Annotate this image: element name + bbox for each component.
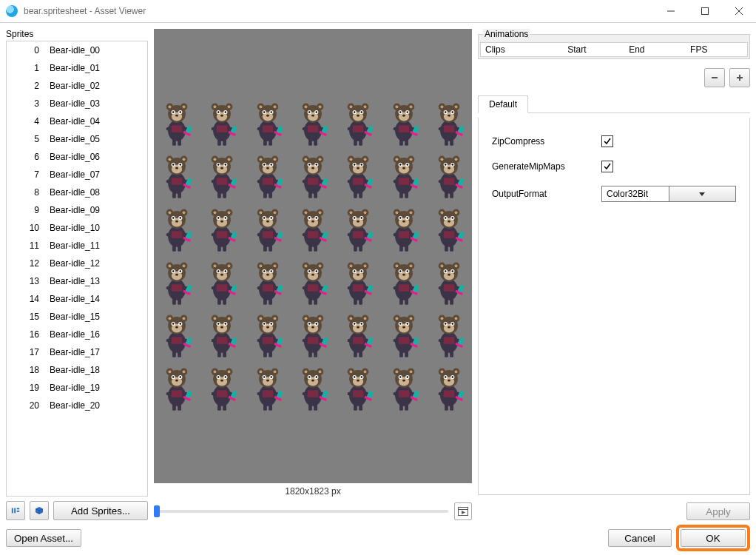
sprite-cell[interactable] <box>381 309 426 363</box>
list-item[interactable]: 1Bear-idle_01 <box>7 59 147 77</box>
list-item[interactable]: 16Bear-idle_16 <box>7 326 147 343</box>
svg-rect-457 <box>263 298 267 304</box>
list-item[interactable]: 17Bear-idle_17 <box>7 343 147 361</box>
sprite-cell[interactable] <box>336 362 381 415</box>
sprite-cell[interactable] <box>427 309 472 363</box>
sprite-cell[interactable] <box>199 150 244 204</box>
zipcompress-checkbox[interactable] <box>601 135 613 147</box>
sprite-cell[interactable] <box>290 150 335 204</box>
svg-rect-705 <box>223 405 226 411</box>
arrange-tool-button[interactable] <box>6 501 25 520</box>
sprite-cell[interactable] <box>245 362 290 415</box>
sprite-cell[interactable] <box>245 150 290 204</box>
spritesheet-preview[interactable] <box>154 29 472 483</box>
sprite-name: Bear-idle_09 <box>50 205 144 215</box>
sprite-cell[interactable] <box>427 150 472 204</box>
add-sprites-button[interactable]: Add Sprites... <box>53 501 148 520</box>
list-item[interactable]: 0Bear-idle_00 <box>7 41 147 59</box>
sprite-cell[interactable] <box>381 203 426 256</box>
svg-point-297 <box>214 212 217 215</box>
list-item[interactable]: 9Bear-idle_09 <box>7 201 147 219</box>
sprite-cell[interactable] <box>154 309 199 363</box>
svg-rect-191 <box>263 192 267 198</box>
sprite-list[interactable]: 0Bear-idle_001Bear-idle_012Bear-idle_023… <box>7 41 147 496</box>
list-item[interactable]: 2Bear-idle_02 <box>7 77 147 95</box>
sprite-cell[interactable] <box>381 362 426 415</box>
outputformat-combo[interactable]: Color32Bit <box>601 186 736 202</box>
list-item[interactable]: 3Bear-idle_03 <box>7 95 147 112</box>
sprite-cell[interactable] <box>381 97 426 150</box>
sprite-cell[interactable] <box>245 203 290 256</box>
animations-col-end: End <box>624 43 686 56</box>
sprite-cell[interactable] <box>199 97 244 150</box>
sprite-cell[interactable] <box>427 97 472 150</box>
open-asset-button[interactable]: Open Asset... <box>6 529 81 547</box>
list-item[interactable]: 6Bear-idle_06 <box>7 148 147 166</box>
list-item[interactable]: 15Bear-idle_15 <box>7 308 147 326</box>
list-item[interactable]: 5Bear-idle_05 <box>7 130 147 148</box>
sprite-cell[interactable] <box>336 150 381 204</box>
svg-rect-78 <box>314 139 317 145</box>
list-item[interactable]: 13Bear-idle_13 <box>7 272 147 290</box>
svg-point-658 <box>441 317 444 320</box>
svg-rect-134 <box>445 139 448 145</box>
preview-playback-button[interactable] <box>454 502 472 520</box>
sprite-cell[interactable] <box>245 309 290 363</box>
svg-point-76 <box>311 115 314 117</box>
add-animation-button[interactable] <box>729 68 750 87</box>
svg-point-189 <box>270 164 271 166</box>
ok-button[interactable]: OK <box>681 529 746 547</box>
sprite-cell[interactable] <box>336 203 381 256</box>
sprite-cell[interactable] <box>427 203 472 256</box>
sprite-cell[interactable] <box>154 256 199 309</box>
sprite-name: Bear-idle_14 <box>50 294 144 304</box>
sprite-cell[interactable] <box>336 256 381 309</box>
sprite-cell[interactable] <box>336 309 381 363</box>
list-item[interactable]: 18Bear-idle_18 <box>7 361 147 379</box>
list-item[interactable]: 4Bear-idle_04 <box>7 112 147 130</box>
sprite-cell[interactable] <box>427 256 472 309</box>
list-item[interactable]: 20Bear-idle_20 <box>7 397 147 414</box>
sprite-cell[interactable] <box>381 256 426 309</box>
svg-point-772 <box>395 371 398 374</box>
sprite-cell[interactable] <box>199 203 244 256</box>
tab-default[interactable]: Default <box>478 95 528 113</box>
zoom-thumb[interactable] <box>154 505 160 517</box>
sprite-cell[interactable] <box>290 362 335 415</box>
sprite-cell[interactable] <box>154 150 199 204</box>
list-item[interactable]: 8Bear-idle_08 <box>7 184 147 201</box>
sprite-cell[interactable] <box>245 97 290 150</box>
list-item[interactable]: 7Bear-idle_07 <box>7 166 147 184</box>
sprite-cell[interactable] <box>199 309 244 363</box>
generatemipmaps-checkbox[interactable] <box>601 161 613 172</box>
sprite-cell[interactable] <box>199 256 244 309</box>
sprite-cell[interactable] <box>336 97 381 150</box>
list-item[interactable]: 11Bear-idle_11 <box>7 237 147 255</box>
sprite-cell[interactable] <box>199 362 244 415</box>
maximize-button[interactable] <box>688 0 722 22</box>
remove-animation-button[interactable] <box>704 68 725 87</box>
sprite-cell[interactable] <box>427 362 472 415</box>
list-item[interactable]: 19Bear-idle_19 <box>7 379 147 397</box>
sprite-cell[interactable] <box>290 256 335 309</box>
cancel-button[interactable]: Cancel <box>608 529 672 547</box>
svg-rect-115 <box>399 139 403 145</box>
list-item[interactable]: 12Bear-idle_12 <box>7 255 147 272</box>
sprite-cell[interactable] <box>245 256 290 309</box>
sprite-cell[interactable] <box>290 97 335 150</box>
sprite-cell[interactable] <box>381 150 426 204</box>
sprite-cell[interactable] <box>154 203 199 256</box>
zoom-slider[interactable] <box>154 510 448 513</box>
sprite-cell[interactable] <box>154 97 199 150</box>
apply-button[interactable]: Apply <box>686 502 750 520</box>
minimize-button[interactable] <box>654 0 688 22</box>
sprite-cell[interactable] <box>290 309 335 363</box>
cube-tool-button[interactable] <box>30 501 49 520</box>
svg-rect-305 <box>217 246 221 252</box>
list-item[interactable]: 10Bear-idle_10 <box>7 219 147 237</box>
list-item[interactable]: 14Bear-idle_14 <box>7 290 147 308</box>
close-button[interactable] <box>722 0 756 22</box>
sprite-cell[interactable] <box>290 203 335 256</box>
svg-rect-540 <box>172 337 182 345</box>
sprite-cell[interactable] <box>154 362 199 415</box>
